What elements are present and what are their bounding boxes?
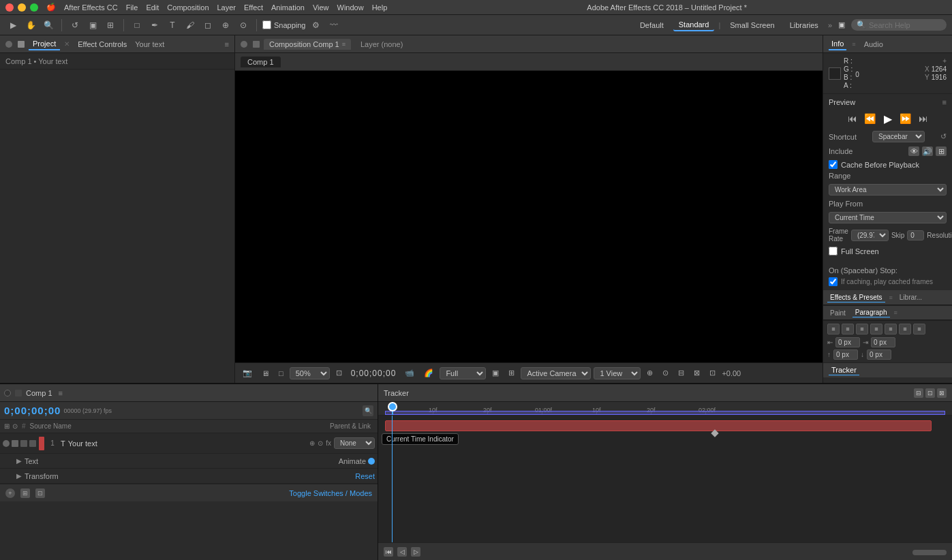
viewer-options-btn[interactable]: ⊠ bbox=[690, 367, 703, 379]
motion-sketch-button[interactable]: 〰 bbox=[326, 18, 341, 33]
step-back-button[interactable]: ⏪ bbox=[863, 112, 877, 125]
tl-next-frame-btn[interactable]: ▷ bbox=[411, 547, 420, 557]
step-forward-button[interactable]: ⏩ bbox=[899, 112, 912, 125]
tl-switches-btn[interactable]: ⊞ bbox=[4, 422, 10, 430]
animate-button[interactable]: Animate bbox=[339, 457, 375, 465]
apple-menu[interactable]: 🍎 bbox=[46, 3, 56, 12]
workspace-default[interactable]: Default bbox=[634, 20, 669, 31]
preview-menu-icon[interactable]: ≡ bbox=[942, 98, 947, 106]
panel-menu-icon[interactable]: ≡ bbox=[225, 40, 229, 48]
tab-audio[interactable]: Audio bbox=[861, 39, 886, 50]
color-management-btn[interactable]: 🌈 bbox=[420, 367, 437, 379]
shortcut-select[interactable]: Spacebar Numpad 0 bbox=[872, 131, 925, 142]
if-caching-checkbox[interactable] bbox=[829, 277, 838, 286]
show-channel-btn[interactable]: 🖥 bbox=[258, 368, 273, 379]
workspace-libraries[interactable]: Libraries bbox=[784, 20, 824, 31]
tl-align-left-btn[interactable]: ⊟ bbox=[914, 388, 923, 398]
tab-effects-presets[interactable]: Effects & Presets bbox=[827, 293, 885, 302]
expand-transform-icon[interactable]: ▶ bbox=[16, 472, 22, 480]
playhead-indicator[interactable] bbox=[392, 402, 393, 415]
include-overlays-btn[interactable]: ⊞ bbox=[936, 146, 947, 156]
your-text-tab[interactable]: Your text bbox=[135, 40, 164, 48]
tab-tracker[interactable]: Tracker bbox=[829, 365, 859, 375]
play-button[interactable]: ▶ bbox=[881, 112, 895, 125]
workspace-standard[interactable]: Standard bbox=[673, 19, 715, 31]
justify-left-btn[interactable]: ≡ bbox=[870, 324, 882, 335]
menu-edit[interactable]: Edit bbox=[146, 3, 159, 12]
tab-effect-controls[interactable]: Effect Controls bbox=[74, 39, 131, 50]
composition-settings-btn[interactable]: ⊞ bbox=[20, 488, 30, 498]
zoom-tool-button[interactable]: 🔍 bbox=[41, 18, 56, 33]
pen-tool-button[interactable]: ✒ bbox=[147, 18, 162, 33]
toggle-switches-modes[interactable]: Toggle Switches / Modes bbox=[289, 489, 372, 497]
snapping-checkbox[interactable] bbox=[262, 20, 271, 29]
menu-composition[interactable]: Composition bbox=[167, 3, 209, 12]
playhead-circle[interactable] bbox=[388, 402, 397, 411]
view-select[interactable]: 1 View 2 Views 4 Views bbox=[594, 367, 641, 379]
workspace-small-screen[interactable]: Small Screen bbox=[724, 20, 780, 31]
reset-button[interactable]: Reset bbox=[355, 472, 375, 480]
fullscreen-checkbox[interactable] bbox=[829, 247, 838, 255]
skip-input[interactable] bbox=[907, 230, 924, 240]
audio-icon[interactable] bbox=[12, 440, 18, 447]
lock-icon[interactable] bbox=[29, 440, 36, 447]
justify-right-btn[interactable]: ≡ bbox=[899, 324, 911, 335]
search-timeline-btn[interactable]: 🔍 bbox=[363, 405, 373, 416]
play-from-select[interactable]: Current Time Beginning of Range bbox=[829, 212, 947, 223]
menu-after-effects[interactable]: After Effects CC bbox=[64, 3, 118, 12]
transparency-btn[interactable]: ⊞ bbox=[505, 367, 518, 379]
range-select[interactable]: Work Area Entire Composition Around Curr… bbox=[829, 184, 947, 196]
comp-panel-close[interactable] bbox=[241, 41, 247, 48]
menu-file[interactable]: File bbox=[126, 3, 138, 12]
hand-tool-button[interactable]: ✋ bbox=[23, 18, 38, 33]
layer-solo-btn[interactable]: ⊕ bbox=[309, 439, 315, 447]
resolution-display-btn[interactable]: □ bbox=[275, 368, 287, 379]
tl-menu-icon[interactable]: ≡ bbox=[59, 389, 63, 397]
minimize-button[interactable] bbox=[18, 3, 26, 12]
current-time-display[interactable]: 0;00;00;00 bbox=[4, 405, 61, 416]
expand-text-icon[interactable]: ▶ bbox=[16, 457, 22, 465]
menu-animation[interactable]: Animation bbox=[271, 3, 305, 12]
comp-tab-comp1[interactable]: Composition Comp 1 ≡ bbox=[264, 39, 351, 50]
menu-window[interactable]: Window bbox=[337, 3, 364, 12]
paragraph-menu-icon[interactable]: ≡ bbox=[894, 309, 897, 316]
tl-scale-slider[interactable] bbox=[912, 550, 947, 555]
layer-color-swatch[interactable] bbox=[39, 437, 44, 450]
tracker-right-tab[interactable]: Tracker bbox=[384, 389, 409, 397]
visibility-icon[interactable] bbox=[3, 440, 10, 447]
rectangle-tool-button[interactable]: □ bbox=[129, 18, 144, 33]
tl-prev-frame-btn[interactable]: ◁ bbox=[397, 547, 407, 557]
active-comp-tab[interactable]: Comp 1 bbox=[241, 57, 281, 67]
work-area-bar[interactable] bbox=[385, 411, 945, 415]
tl-motion-blur-btn[interactable]: ⊙ bbox=[12, 422, 18, 430]
traffic-lights[interactable] bbox=[5, 3, 38, 12]
eraser-tool-button[interactable]: ◻ bbox=[200, 18, 215, 33]
parent-link-select[interactable]: None bbox=[334, 437, 375, 449]
justify-center-btn[interactable]: ≡ bbox=[885, 324, 897, 335]
frame-rate-select[interactable]: (29.97) Auto bbox=[851, 230, 889, 241]
tl-beginning-btn[interactable]: ⏮ bbox=[384, 547, 393, 557]
indent-right-input[interactable] bbox=[871, 337, 895, 347]
skip-to-end-button[interactable]: ⏭ bbox=[917, 112, 930, 125]
snapshot-btn[interactable]: 📷 bbox=[239, 367, 256, 379]
text-tool-button[interactable]: T bbox=[165, 18, 180, 33]
justify-all-btn[interactable]: ≡ bbox=[913, 324, 925, 335]
layer-bar[interactable] bbox=[385, 420, 932, 431]
align-left-btn[interactable]: ≡ bbox=[827, 324, 840, 335]
menu-layer[interactable]: Layer bbox=[217, 3, 236, 12]
menu-effect[interactable]: Effect bbox=[244, 3, 263, 12]
tab-paragraph[interactable]: Paragraph bbox=[853, 308, 890, 317]
space-before-input[interactable] bbox=[833, 349, 858, 360]
skip-to-start-button[interactable]: ⏮ bbox=[846, 112, 859, 125]
tab-paint[interactable]: Paint bbox=[827, 309, 848, 317]
search-input[interactable] bbox=[869, 21, 937, 29]
camera-select[interactable]: Active Camera bbox=[521, 367, 591, 379]
tl-close-btn[interactable] bbox=[4, 390, 11, 396]
tab-project[interactable]: Project bbox=[29, 38, 60, 50]
tab-info[interactable]: Info bbox=[829, 38, 846, 50]
menu-help[interactable]: Help bbox=[372, 3, 388, 12]
select-tool-button[interactable]: ▶ bbox=[5, 18, 20, 33]
timeline-options-btn[interactable]: ⊡ bbox=[35, 488, 45, 498]
reset-shortcut-icon[interactable]: ↺ bbox=[940, 132, 947, 141]
info-menu-icon[interactable]: ≡ bbox=[852, 41, 855, 48]
